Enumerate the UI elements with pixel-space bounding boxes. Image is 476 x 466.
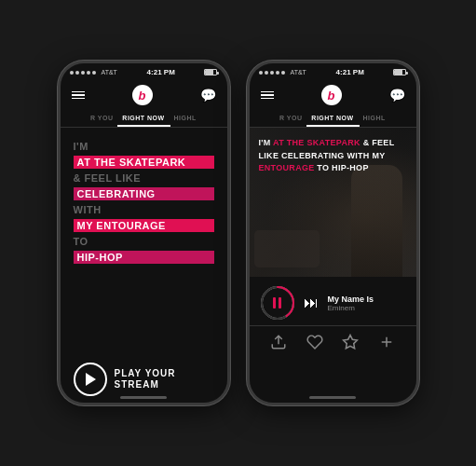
h2-line1: [261, 91, 274, 93]
message-icon-2[interactable]: 💬: [389, 88, 405, 103]
next-track-button[interactable]: ⏭: [304, 295, 319, 311]
beats-logo-2: b: [321, 85, 342, 105]
dot2: [75, 71, 79, 75]
dot4: [87, 71, 90, 75]
tab-right-now[interactable]: RIGHT NOW: [117, 111, 170, 127]
dot4b: [276, 71, 279, 75]
dot3: [81, 71, 85, 75]
nav-bar-2: b 💬: [250, 79, 416, 111]
heart-icon[interactable]: [306, 334, 323, 353]
dot3b: [270, 71, 274, 75]
signal-dots-2: [259, 71, 285, 75]
phones-container: AT&T 4:21 PM b 💬 R YOU: [58, 61, 419, 405]
mood-line-3: & FEEL LIKE: [74, 172, 214, 184]
mood-line-1: I'M: [74, 141, 214, 152]
phone1-content: I'M AT THE SKATEPARK & FEEL LIKE CELEBRA…: [61, 128, 227, 405]
tabs-bar-2: R YOU RIGHT NOW HIGHL: [250, 111, 416, 128]
car-shape: [254, 230, 320, 267]
h-line3: [72, 98, 85, 100]
h-line2: [72, 94, 85, 96]
overlay-hiphop: TO HIP-HOP: [315, 163, 369, 172]
overlay-highlight-skatepark: AT THE SKATEPARK: [273, 138, 360, 147]
track-artist: Eminem: [328, 304, 405, 312]
track-info: My Name Is Eminem: [328, 295, 405, 312]
battery-fill: [205, 70, 212, 75]
tab-for-you[interactable]: R YOU: [61, 111, 117, 127]
tab-right-now-2[interactable]: RIGHT NOW: [306, 111, 360, 127]
favorite-icon[interactable]: [342, 334, 359, 353]
tab-highlights[interactable]: HIGHL: [170, 111, 227, 127]
mood-line-7: TO: [74, 236, 214, 247]
play-stream-label: PLAY YOUR STREAM: [115, 368, 176, 391]
play-stream-button[interactable]: PLAY YOUR STREAM: [74, 363, 214, 396]
phone2-content: I'M AT THE SKATEPARK & FEEL LIKE CELEBRA…: [250, 128, 416, 405]
player-controls: ⏭ My Name Is Eminem: [250, 277, 416, 325]
tabs-bar-1: R YOU RIGHT NOW HIGHL: [61, 111, 227, 128]
mood-line-4: CELEBRATING: [74, 187, 214, 200]
battery-fill-2: [394, 70, 401, 75]
progress-ring: [259, 284, 296, 322]
hamburger-icon[interactable]: [72, 91, 85, 100]
action-icons-bar: [250, 325, 416, 361]
phone-1: AT&T 4:21 PM b 💬 R YOU: [58, 61, 230, 405]
time-display: 4:21 PM: [147, 68, 175, 76]
h2-line2: [261, 94, 274, 96]
status-bar-1: AT&T 4:21 PM: [61, 63, 227, 79]
overlay-text-content: I'M: [259, 138, 274, 147]
overlay-entourage: ENTOURAGE: [259, 163, 315, 172]
play-triangle-icon: [86, 373, 96, 386]
play-pause-wrapper: [261, 286, 294, 320]
battery-group: [204, 69, 217, 75]
signal-dots: [70, 71, 96, 75]
nav-bar-1: b 💬: [61, 79, 227, 111]
dot1: [70, 71, 74, 75]
overlay-celebrating: CELEBRATING WITH MY: [281, 151, 385, 160]
album-art-area: I'M AT THE SKATEPARK & FEEL LIKE CELEBRA…: [250, 128, 416, 277]
tab-for-you-2[interactable]: R YOU: [250, 111, 306, 127]
signal-group: AT&T: [70, 69, 117, 75]
signal-group-2: AT&T: [259, 69, 306, 75]
share-icon[interactable]: [270, 334, 287, 353]
mood-line-5: WITH: [74, 204, 214, 215]
add-icon[interactable]: [378, 334, 395, 353]
h2-line3: [261, 98, 274, 100]
battery-icon: [204, 69, 217, 75]
mood-line-8: HIP-HOP: [74, 251, 214, 264]
h-line1: [72, 91, 85, 93]
battery-icon-2: [393, 69, 406, 75]
carrier-label-2: AT&T: [291, 69, 306, 75]
hamburger-icon-2[interactable]: [261, 91, 274, 100]
dot5: [92, 71, 96, 75]
beats-logo: b: [132, 85, 153, 105]
message-icon[interactable]: 💬: [200, 88, 216, 103]
tab-highlights-2[interactable]: HIGHL: [360, 111, 416, 127]
phone-2: AT&T 4:21 PM b 💬 R YOU: [247, 61, 419, 405]
status-bar-2: AT&T 4:21 PM: [250, 63, 416, 79]
album-overlay-text: I'M AT THE SKATEPARK & FEEL LIKE CELEBRA…: [259, 137, 407, 175]
track-name: My Name Is: [328, 295, 405, 304]
mood-line-2: AT THE SKATEPARK: [74, 156, 214, 169]
dot5b: [281, 71, 285, 75]
time-display-2: 4:21 PM: [336, 68, 364, 76]
home-indicator-2: [309, 396, 356, 399]
home-indicator: [120, 396, 167, 399]
mood-line-6: MY ENTOURAGE: [74, 219, 214, 232]
battery-group-2: [393, 69, 406, 75]
play-circle: [74, 363, 107, 396]
dot1b: [259, 71, 263, 75]
svg-marker-2: [344, 336, 358, 349]
carrier-label: AT&T: [102, 69, 117, 75]
person-silhouette: [351, 165, 402, 277]
mood-text: I'M AT THE SKATEPARK & FEEL LIKE CELEBRA…: [74, 141, 214, 264]
dot2b: [265, 71, 268, 75]
